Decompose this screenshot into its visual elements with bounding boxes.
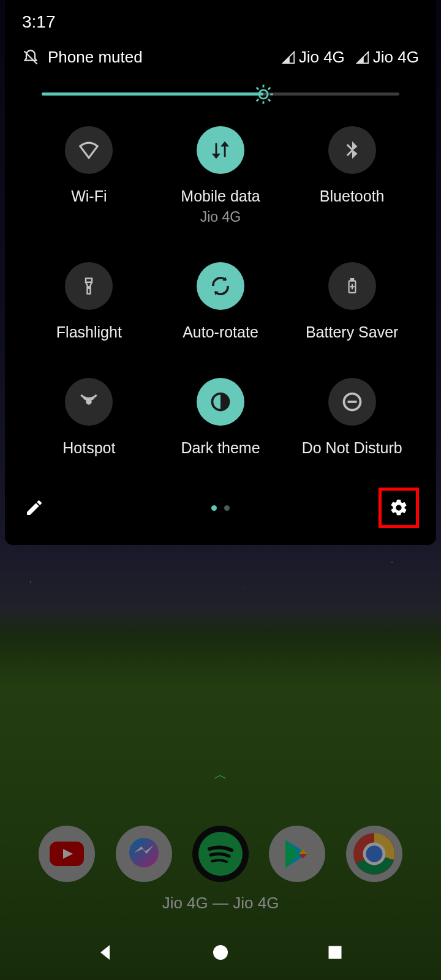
edit-tiles-button[interactable] (22, 496, 47, 520)
svg-point-26 (213, 945, 228, 960)
tile-dnd[interactable]: Do Not Disturb (286, 378, 418, 457)
dock-messenger[interactable] (116, 826, 172, 882)
tile-wifi-label: Wi-Fi (71, 187, 107, 205)
carrier-footer: Jio 4G — Jio 4G (0, 894, 441, 913)
dock-playstore[interactable] (269, 826, 325, 882)
tile-hotspot-label: Hotspot (62, 439, 115, 457)
clock: 3:17 (22, 12, 56, 32)
tile-bluetooth[interactable]: Bluetooth (286, 126, 418, 225)
tile-flashlight[interactable]: Flashlight (23, 262, 155, 341)
svg-rect-27 (328, 946, 341, 959)
tile-flashlight-label: Flashlight (56, 323, 122, 341)
tile-mobiledata-label: Mobile data (181, 187, 260, 205)
dock-chrome[interactable] (346, 826, 402, 882)
tile-mobiledata[interactable]: Mobile dataJio 4G (155, 126, 287, 225)
page-dot-2 (224, 505, 230, 511)
tile-mobiledata-sub: Jio 4G (200, 209, 241, 225)
dock (0, 826, 441, 882)
svg-point-17 (88, 287, 90, 288)
hotspot-icon (65, 378, 113, 426)
page-indicator (211, 505, 230, 511)
recents-button[interactable] (324, 941, 346, 963)
tile-autorotate-label: Auto-rotate (183, 323, 258, 341)
tile-battery[interactable]: Battery Saver (286, 262, 418, 341)
rotate-icon (197, 262, 244, 310)
data-icon (197, 126, 244, 174)
tile-autorotate[interactable]: Auto-rotate (155, 262, 287, 341)
tile-battery-label: Battery Saver (306, 323, 398, 341)
dark-icon (197, 378, 244, 426)
wifi-icon (65, 126, 113, 174)
back-button[interactable] (95, 941, 117, 963)
bluetooth-icon (328, 126, 376, 174)
tile-bluetooth-label: Bluetooth (320, 187, 385, 205)
svg-line-14 (257, 99, 259, 101)
tile-dnd-label: Do Not Disturb (302, 439, 402, 457)
muted-icon (22, 49, 39, 66)
muted-text: Phone muted (48, 48, 143, 67)
settings-button[interactable] (386, 496, 411, 520)
svg-line-15 (268, 87, 271, 89)
dock-youtube[interactable] (39, 826, 95, 882)
dock-spotify[interactable] (192, 826, 249, 882)
tile-wifi[interactable]: Wi-Fi (23, 126, 155, 225)
signal-2: Jio 4G (356, 48, 419, 67)
settings-highlight (379, 488, 419, 528)
svg-rect-16 (86, 279, 92, 282)
brightness-fill (42, 92, 263, 96)
svg-point-1 (129, 838, 159, 867)
tiles-grid: Wi-Fi Mobile dataJio 4G Bluetooth Flashl… (5, 120, 436, 475)
tile-darktheme-label: Dark theme (181, 439, 260, 457)
home-up-arrow[interactable]: ︿ (0, 766, 441, 784)
dnd-icon (328, 378, 376, 426)
flashlight-icon (65, 262, 113, 310)
tile-hotspot[interactable]: Hotspot (23, 378, 155, 457)
svg-rect-19 (350, 279, 353, 281)
home-button[interactable] (209, 941, 232, 963)
svg-point-7 (259, 89, 268, 98)
quick-settings-panel: 3:17 Phone muted Jio 4G Jio 4G (5, 0, 436, 545)
navigation-bar (0, 925, 441, 980)
brightness-thumb[interactable] (253, 84, 274, 105)
svg-line-13 (268, 99, 271, 101)
signal-1: Jio 4G (282, 48, 345, 67)
status-bar: 3:17 (5, 0, 436, 37)
page-dot-1 (211, 505, 217, 511)
brightness-slider[interactable] (5, 74, 436, 120)
svg-line-12 (257, 87, 259, 89)
battery-icon (328, 262, 376, 310)
tile-darktheme[interactable]: Dark theme (155, 378, 287, 457)
